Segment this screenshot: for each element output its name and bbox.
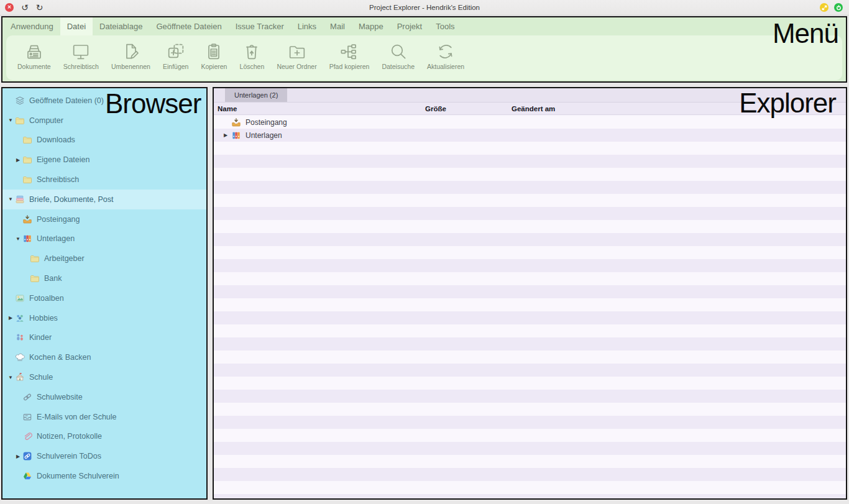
hobbies-icon [15,313,25,323]
folder-icon [22,135,33,145]
paste-icon [166,42,186,62]
menu-tab-tools[interactable]: Tools [429,17,461,35]
tree-item-arbeitgeber[interactable]: Arbeitgeber [2,249,206,268]
explorer-tab-bar: Unterlagen (2) [214,88,846,103]
explorer-row-posteingang[interactable]: Posteingang [214,116,846,129]
chevron-right-icon[interactable]: ▶ [14,157,22,163]
tree-item-notizen-protokolle[interactable]: Notizen, Protokolle [2,427,206,447]
tree-item-computer[interactable]: ▼Computer [2,111,206,131]
chevron-down-icon[interactable]: ▼ [14,236,22,242]
redo-icon[interactable]: ↻ [36,3,44,12]
tree-item-hobbies[interactable]: ▶Hobbies [2,308,206,328]
explorer-row-name: Unterlagen [246,131,282,140]
menu-region: AnwendungDateiDateiablageGeöffnete Datei… [1,16,847,83]
chevron-down-icon[interactable]: ▼ [6,117,15,123]
tree-item-label: Fotoalben [29,294,64,303]
browser-tree: Geöffnete Dateien (0)▼ComputerDownloads▶… [2,88,206,498]
menu-tab-datei[interactable]: Datei [60,17,93,35]
menu-tab-bar: AnwendungDateiDateiablageGeöffnete Datei… [2,17,846,35]
toolbar-button-aktualisieren[interactable]: Aktualisieren [423,40,468,71]
tree-item-label: Briefe, Dokumente, Post [29,195,113,204]
tree-item-label: E-Mails von der Schule [37,413,117,421]
toolbar-button-löschen[interactable]: Löschen [236,40,268,71]
folder-icon [22,175,33,185]
inbox-icon [22,214,33,224]
refresh-icon [436,42,456,62]
explorer-column-headers: Name Größe Geändert am [214,103,846,115]
folder-icon [22,155,33,165]
monitor-icon [71,42,91,62]
toolbar-button-pfad-kopieren[interactable]: Pfad kopieren [326,40,374,71]
tree-item-fotoalben[interactable]: Fotoalben [2,288,206,308]
tree-item-schreibtisch[interactable]: Schreibtisch [2,170,206,190]
chevron-down-icon[interactable]: ▼ [6,375,15,380]
trash-icon [242,42,262,62]
school-icon [15,372,25,382]
toolbar-label: Dateisuche [382,63,415,70]
tree-item-briefe-dokumente-post[interactable]: ▼Briefe, Dokumente, Post [2,190,206,209]
column-header-geaendert-am[interactable]: Geändert am [512,103,555,115]
diagonal-arrows-icon[interactable] [820,3,828,12]
menu-tab-mappe[interactable]: Mappe [352,17,390,35]
toolbar-button-dateisuche[interactable]: Dateisuche [378,40,418,71]
column-header-name[interactable]: Name [218,103,237,115]
search-icon [388,42,408,62]
chevron-right-icon[interactable]: ▶ [14,454,22,459]
tree-item-label: Arbeitgeber [44,254,85,263]
toolbar-button-kopieren[interactable]: Kopieren [197,40,231,71]
toolbar-label: Neuer Ordner [277,63,316,70]
kids-icon [15,332,25,342]
tree-item-label: Schule [29,373,53,382]
tree-item-schule[interactable]: ▼Schule [2,367,206,387]
tree-item-unterlagen[interactable]: ▼Unterlagen [2,229,206,249]
tree-item-downloads[interactable]: Downloads [2,131,206,150]
tree-item-dokumente-schulverein[interactable]: Dokumente Schulverein [2,466,206,486]
menu-tab-mail[interactable]: Mail [323,17,352,35]
menu-tab-anwendung[interactable]: Anwendung [4,17,60,35]
menu-tab-projekt[interactable]: Projekt [390,17,429,35]
toolbar-button-einfügen[interactable]: Einfügen [159,40,192,71]
tree-item-bank[interactable]: Bank [2,268,206,288]
menu-tab-geöffnete-dateien[interactable]: Geöffnete Dateien [149,17,228,35]
menu-tab-links[interactable]: Links [291,17,323,35]
tree-item-kinder[interactable]: Kinder [2,328,206,348]
toolbar-label: Pfad kopieren [329,63,370,70]
menu-tab-dateiablage[interactable]: Dateiablage [93,17,149,35]
tree-item-label: Notizen, Protokolle [37,432,102,441]
tree-item-kochen-backen[interactable]: Kochen & Backen [2,347,206,367]
tree-item-label: Geöffnete Dateien (0) [29,96,104,105]
tree-item-schulwebsite[interactable]: Schulwebsite [2,387,206,407]
documents-icon [24,42,44,62]
tab-unterlagen[interactable]: Unterlagen (2) [225,88,287,102]
window-title: Project Explorer - Hendrik's Edition [0,4,849,11]
copy-icon [204,42,224,62]
chevron-down-icon[interactable]: ▼ [6,196,15,202]
toolbar-button-schreibtisch[interactable]: Schreibtisch [60,40,103,71]
undo-icon[interactable]: ↺ [21,3,29,12]
menu-tab-issue-tracker[interactable]: Issue Tracker [229,17,291,35]
toolbar-label: Umbenennen [111,63,150,70]
chevron-right-icon[interactable]: ▶ [220,132,231,138]
explorer-file-list: Posteingang▶Unterlagen [214,116,846,498]
tree-item-posteingang[interactable]: Posteingang [2,209,206,229]
close-icon[interactable]: ✕ [5,3,14,12]
toolbar-button-neuer-ordner[interactable]: Neuer Ordner [273,40,320,71]
chevron-right-icon[interactable]: ▶ [6,315,15,321]
tree-item-schulverein-todos[interactable]: ▶Schulverein ToDos [2,446,206,466]
column-header-groesse[interactable]: Größe [425,103,446,115]
tree-item-geöffnete-dateien-0[interactable]: Geöffnete Dateien (0) [2,91,206,111]
toolbar-button-umbenennen[interactable]: Umbenennen [108,40,154,71]
toolbar-button-dokumente[interactable]: Dokumente [14,40,55,71]
tree-item-label: Bank [44,274,62,283]
tree-item-eigene-dateien[interactable]: ▶Eigene Dateien [2,150,206,170]
toolbar-label: Aktualisieren [427,63,464,70]
tree-item-e-mails-von-der-schule[interactable]: E-Mails von der Schule [2,407,206,427]
toolbar-label: Dokumente [17,63,51,70]
explorer-row-unterlagen[interactable]: ▶Unterlagen [214,129,846,142]
copy-path-icon [339,42,359,62]
chef-hat-icon [15,352,25,362]
photo-icon [15,293,25,303]
tree-item-label: Schulverein ToDos [37,452,101,460]
tree-item-label: Schulwebsite [37,393,83,401]
power-icon[interactable] [834,3,843,12]
